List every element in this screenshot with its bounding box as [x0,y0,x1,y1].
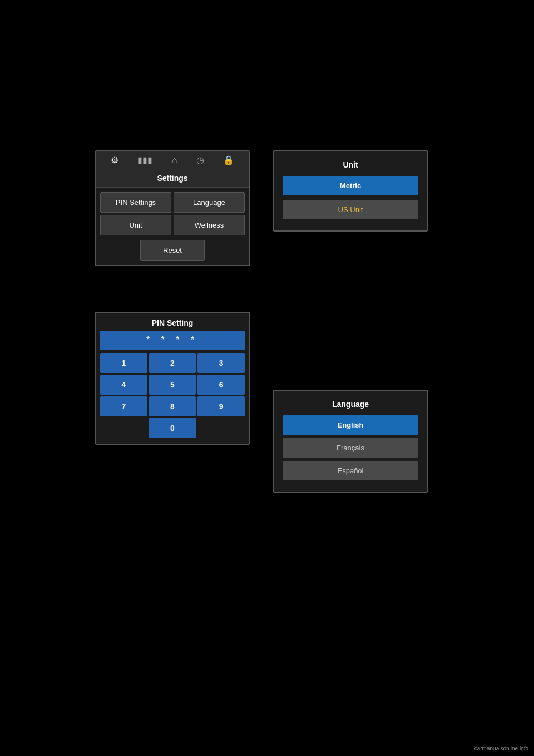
metric-button[interactable]: Metric [283,176,418,195]
language-spanish-button[interactable]: Español [283,461,418,480]
unit-button[interactable]: Unit [100,215,171,235]
settings-panel: ⚙ ▮▮▮ ⌂ ◷ 🔒 Settings PIN Settings Langua… [95,150,250,266]
pin-settings-button[interactable]: PIN Settings [100,192,171,213]
unit-title: Unit [274,151,427,176]
pin-panel: PIN Setting * * * * 1 2 3 4 5 6 7 8 9 0 [95,312,250,445]
pin-key-5[interactable]: 5 [149,375,196,395]
pin-key-9[interactable]: 9 [197,396,245,416]
wellness-button[interactable]: Wellness [174,215,245,235]
pin-keypad: 1 2 3 4 5 6 7 8 9 [96,353,249,416]
gear-icon[interactable]: ⚙ [111,155,118,165]
language-button[interactable]: Language [174,192,245,213]
bar-chart-icon[interactable]: ▮▮▮ [137,155,152,165]
pin-display: * * * * [100,331,245,350]
pin-key-0[interactable]: 0 [149,418,196,438]
pin-title: PIN Setting [96,313,249,331]
watermark: carmanualsonline.info [474,745,528,752]
us-unit-button[interactable]: US Unit [283,200,418,219]
pin-key-2[interactable]: 2 [149,353,196,373]
pin-key-3[interactable]: 3 [197,353,245,373]
pin-key-4[interactable]: 4 [100,375,147,395]
language-options: English Français Español [274,415,427,492]
reset-button[interactable]: Reset [140,240,205,261]
pin-zero-row: 0 [96,416,249,444]
pin-key-6[interactable]: 6 [197,375,245,395]
settings-toolbar: ⚙ ▮▮▮ ⌂ ◷ 🔒 [96,151,249,169]
language-title: Language [274,391,427,415]
pin-key-1[interactable]: 1 [100,353,147,373]
language-panel: Language English Français Español [273,390,428,493]
pin-key-7[interactable]: 7 [100,396,147,416]
unit-panel: Unit Metric US Unit [273,150,428,232]
pin-key-8[interactable]: 8 [149,396,196,416]
lock-icon[interactable]: 🔒 [223,155,234,165]
timer-icon[interactable]: ◷ [196,155,204,165]
settings-title: Settings [96,169,249,188]
reset-row: Reset [96,240,249,265]
unit-options: Metric US Unit [274,176,427,230]
home-icon[interactable]: ⌂ [172,155,177,165]
language-french-button[interactable]: Français [283,438,418,458]
settings-grid: PIN Settings Language Unit Wellness [96,188,249,240]
language-english-button[interactable]: English [283,415,418,435]
